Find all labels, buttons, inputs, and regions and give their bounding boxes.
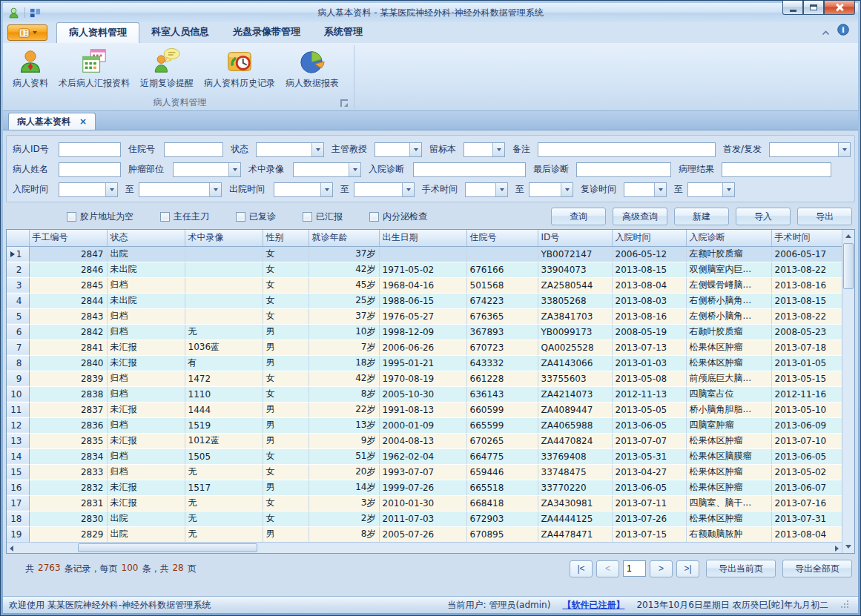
- app-menu-button[interactable]: [7, 24, 47, 41]
- column-header[interactable]: 术中录像: [185, 230, 263, 246]
- collapse-ribbon-icon[interactable]: [822, 24, 830, 39]
- maximize-button[interactable]: [803, 1, 824, 15]
- scroll-up-icon[interactable]: [845, 234, 851, 238]
- scroll-left-icon[interactable]: [10, 546, 13, 552]
- chief-surgeon-checkbox[interactable]: 主任主刀: [160, 211, 209, 223]
- row-selector-cell[interactable]: 13: [7, 433, 29, 448]
- last-page-button[interactable]: >|: [676, 560, 699, 577]
- table-row[interactable]: 42844未出院女25岁1988-06-15674223338052682013…: [7, 293, 842, 308]
- table-row[interactable]: 132835未汇报1012蓝男9岁2004-08-13670265ZA44708…: [7, 433, 842, 448]
- table-row[interactable]: 32845归档女45岁1968-04-16501568ZA25805442013…: [7, 277, 842, 293]
- column-header[interactable]: 手工编号: [29, 230, 107, 246]
- combo-dropdown-icon[interactable]: [349, 163, 360, 176]
- revisited-checkbox[interactable]: 已复诊: [236, 211, 276, 223]
- row-selector-cell[interactable]: 6: [7, 324, 29, 340]
- combo-dropdown-icon[interactable]: [561, 183, 573, 196]
- table-row[interactable]: 182830出院无女2岁2011-07-03672903ZA4444125201…: [7, 511, 842, 526]
- filter-input-0-5[interactable]: [538, 142, 716, 157]
- horizontal-scroll-thumb[interactable]: [78, 543, 257, 552]
- combo-dropdown-icon[interactable]: [402, 183, 414, 196]
- checkbox-icon[interactable]: [236, 212, 245, 222]
- combo-dropdown-icon[interactable]: [409, 143, 421, 156]
- revisit-reminder-tool[interactable]: 近期复诊提醒: [135, 46, 199, 96]
- table-row[interactable]: 62842归档无男10岁1998-12-09367893YB0099173200…: [7, 324, 842, 340]
- combo-dropdown-icon[interactable]: [495, 183, 507, 196]
- scroll-down-icon[interactable]: [845, 545, 851, 549]
- filter-combo-0-2[interactable]: [256, 142, 324, 157]
- column-header[interactable]: 住院号: [466, 230, 538, 246]
- row-selector-cell[interactable]: 15: [7, 464, 29, 480]
- combo-dropdown-icon[interactable]: [320, 183, 332, 196]
- combo-dropdown-icon[interactable]: [654, 183, 666, 196]
- row-selector-cell[interactable]: 10: [7, 386, 29, 402]
- page-number-input[interactable]: [623, 560, 646, 577]
- column-header[interactable]: 就诊年龄: [309, 230, 379, 246]
- table-row[interactable]: 112837未汇报1444男22岁1991-08-13660599ZA40894…: [7, 402, 842, 417]
- row-selector-cell[interactable]: 5: [7, 308, 29, 324]
- table-row[interactable]: 22846未出院女42岁1971-05-02676166339040732013…: [7, 262, 842, 277]
- row-selector-cell[interactable]: 9: [7, 371, 29, 386]
- app-logo-icon[interactable]: [7, 7, 20, 19]
- export-all-pages-button[interactable]: 导出全部页: [782, 560, 852, 577]
- row-selector-cell[interactable]: 16: [7, 480, 29, 495]
- row-selector-cell[interactable]: 8: [7, 355, 29, 371]
- filter-combo-2-1[interactable]: [139, 182, 222, 197]
- table-row[interactable]: 12847出院女37岁YB00721472006-05-12左额叶胶质瘤2006…: [7, 246, 842, 262]
- row-selector-cell[interactable]: 4: [7, 293, 29, 308]
- table-row[interactable]: 102838归档1110女8岁2005-10-30636143ZA4214073…: [7, 386, 842, 402]
- checkbox-icon[interactable]: [67, 212, 76, 222]
- filter-combo-0-3[interactable]: [375, 142, 422, 157]
- combo-dropdown-icon[interactable]: [311, 143, 323, 156]
- table-row[interactable]: 122836归档1519男13岁2000-01-09665599ZA406598…: [7, 417, 842, 433]
- filter-combo-2-4[interactable]: [465, 182, 508, 197]
- column-header[interactable]: 出生日期: [379, 230, 466, 246]
- filter-input-1-5[interactable]: [722, 162, 831, 177]
- table-row[interactable]: 162832未汇报1517男14岁1999-07-266655183377022…: [7, 480, 842, 495]
- combo-dropdown-icon[interactable]: [838, 143, 850, 156]
- filter-combo-2-3[interactable]: [354, 182, 415, 197]
- prev-page-button[interactable]: <: [596, 560, 619, 577]
- table-row[interactable]: 172831未汇报无女3岁2010-01-30668418ZA343098120…: [7, 495, 842, 511]
- table-row[interactable]: 52843归档女37岁1976-05-27676365ZA38417032013…: [7, 308, 842, 324]
- document-tab[interactable]: 病人基本资料 ×: [8, 113, 96, 130]
- next-page-button[interactable]: >: [650, 560, 673, 577]
- column-header[interactable]: ID号: [538, 230, 612, 246]
- filter-combo-0-6[interactable]: [769, 142, 851, 157]
- row-selector-cell[interactable]: 1: [7, 246, 29, 262]
- endocrine-exam-checkbox[interactable]: 内分泌检查: [369, 211, 427, 223]
- table-row[interactable]: 82840未汇报有男18岁1995-01-21643332ZA414306620…: [7, 355, 842, 371]
- table-row[interactable]: 192829出院无男8岁2005-07-26670895ZA4478471201…: [7, 526, 842, 542]
- combo-dropdown-icon[interactable]: [209, 183, 221, 196]
- export-button[interactable]: 导出: [797, 208, 852, 225]
- tab-department-staff[interactable]: 科室人员信息: [139, 22, 221, 43]
- data-report-tool[interactable]: 病人数据报表: [280, 46, 344, 96]
- export-current-page-button[interactable]: 导出当前页: [706, 560, 776, 577]
- row-selector-cell[interactable]: 19: [7, 526, 29, 542]
- filter-combo-2-7[interactable]: [687, 182, 735, 197]
- resize-grip[interactable]: [840, 600, 849, 609]
- filter-input-0-0[interactable]: [59, 142, 121, 157]
- film-address-empty-checkbox[interactable]: 胶片地址为空: [67, 211, 133, 223]
- row-selector-cell[interactable]: 17: [7, 495, 29, 511]
- new-button[interactable]: 新建: [674, 208, 729, 225]
- combo-dropdown-icon[interactable]: [722, 183, 734, 196]
- filter-combo-2-6[interactable]: [624, 182, 667, 197]
- row-selector-cell[interactable]: 14: [7, 448, 29, 464]
- tab-close-icon[interactable]: ×: [79, 116, 87, 127]
- history-record-tool[interactable]: 病人资料历史记录: [199, 46, 280, 96]
- filter-input-1-0[interactable]: [59, 162, 121, 177]
- query-button[interactable]: 查询: [551, 208, 606, 225]
- checkbox-icon[interactable]: [303, 212, 312, 222]
- filter-input-0-1[interactable]: [164, 142, 223, 157]
- close-button[interactable]: [824, 1, 855, 15]
- status-registered-link[interactable]: 【软件已注册】: [562, 599, 624, 612]
- table-row[interactable]: 92839归档1472女42岁1970-08-19661228337556032…: [7, 371, 842, 386]
- patient-data-tool[interactable]: 病人资料: [7, 46, 53, 96]
- table-row[interactable]: 142834归档1505女51岁1962-02-0466477533769408…: [7, 448, 842, 464]
- filter-combo-1-1[interactable]: [173, 162, 241, 177]
- tab-system-management[interactable]: 系统管理: [312, 22, 375, 43]
- filter-combo-2-5[interactable]: [529, 182, 573, 197]
- row-selector-cell[interactable]: 12: [7, 417, 29, 433]
- combo-dropdown-icon[interactable]: [105, 183, 117, 196]
- checkbox-icon[interactable]: [369, 212, 379, 222]
